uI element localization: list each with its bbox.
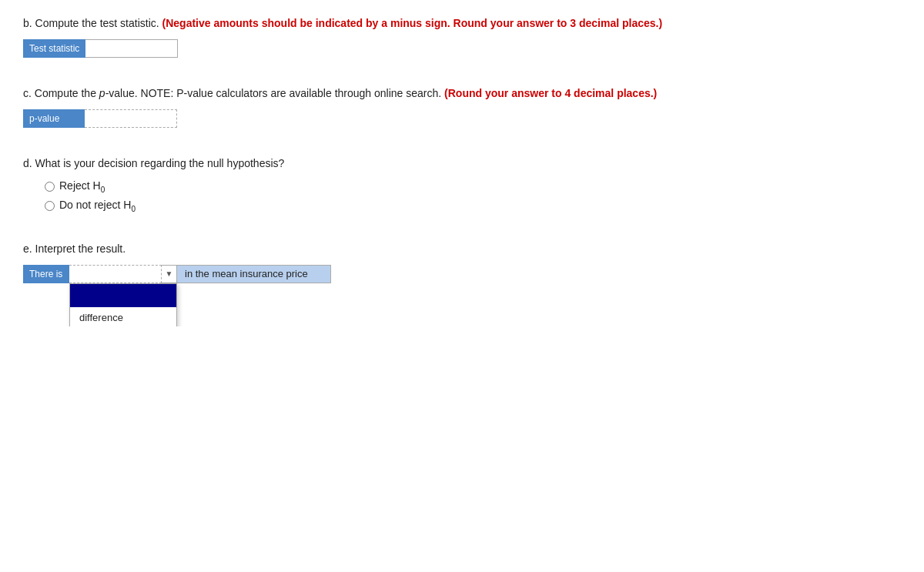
section-c-instruction: (Round your answer to 4 decimal places.): [444, 87, 657, 99]
test-statistic-row: Test statistic: [23, 39, 901, 58]
reject-radio[interactable]: [45, 182, 55, 192]
section-e: e. Interpret the result. There is ▼ diff…: [23, 241, 901, 283]
section-c-italic: p: [99, 87, 105, 99]
pvalue-row: p-value: [23, 109, 901, 128]
section-e-label: e. Interpret the result.: [23, 241, 901, 257]
section-e-text: Interpret the result.: [35, 243, 126, 255]
section-c-prefix: c.: [23, 87, 32, 99]
section-b: b. Compute the test statistic. (Negative…: [23, 15, 901, 58]
do-not-reject-option[interactable]: Do not reject H0: [45, 199, 901, 213]
section-c-text: Compute the: [35, 87, 96, 99]
do-not-reject-label: Do not reject H0: [59, 199, 136, 213]
section-c: c. Compute the p-value. NOTE: P-value ca…: [23, 85, 901, 128]
hypothesis-radio-group: Reject H0 Do not reject H0: [45, 179, 901, 213]
reject-label: Reject H0: [59, 179, 105, 194]
dropdown-popup: difference no difference: [69, 283, 177, 326]
section-c-label: c. Compute the p-value. NOTE: P-value ca…: [23, 85, 901, 102]
dropdown-arrow-icon[interactable]: ▼: [162, 265, 177, 283]
section-e-prefix: e.: [23, 243, 32, 255]
do-not-reject-radio[interactable]: [45, 201, 55, 211]
section-d: d. What is your decision regarding the n…: [23, 156, 901, 213]
section-d-prefix: d.: [23, 157, 32, 169]
section-b-instruction: (Negative amounts should be indicated by…: [162, 17, 663, 29]
dropdown-item-difference[interactable]: difference: [70, 307, 176, 326]
dropdown-selected-item[interactable]: [70, 284, 176, 307]
section-b-prefix: b.: [23, 17, 32, 29]
dropdown-input[interactable]: [69, 265, 162, 283]
reject-sub: 0: [101, 186, 105, 194]
section-b-label: b. Compute the test statistic. (Negative…: [23, 15, 901, 32]
section-d-text: What is your decision regarding the null…: [35, 157, 285, 169]
do-not-reject-sub: 0: [131, 205, 136, 213]
test-statistic-label: Test statistic: [23, 39, 85, 58]
pvalue-label: p-value: [23, 109, 85, 128]
section-c-text2: -value. NOTE: P-value calculators are av…: [105, 87, 442, 99]
after-dropdown-text: in the mean insurance price: [177, 265, 331, 283]
pvalue-input[interactable]: [85, 109, 177, 128]
test-statistic-input[interactable]: [85, 39, 178, 58]
section-d-label: d. What is your decision regarding the n…: [23, 156, 901, 172]
section-b-text: Compute the test statistic.: [35, 17, 159, 29]
reject-option[interactable]: Reject H0: [45, 179, 901, 194]
dropdown-wrapper: ▼ difference no difference: [69, 265, 177, 283]
interpret-row: There is ▼ difference no difference in t…: [23, 265, 901, 283]
there-is-label: There is: [23, 265, 69, 283]
